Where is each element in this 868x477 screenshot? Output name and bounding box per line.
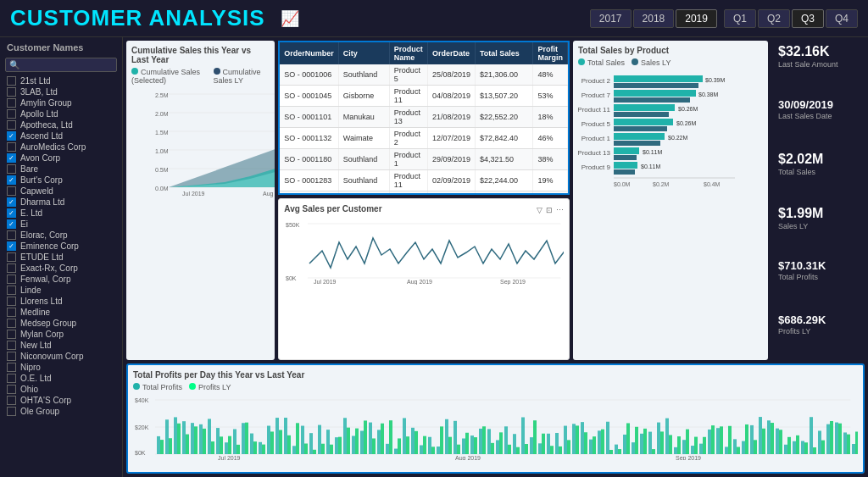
customer-item[interactable]: Amylin Group bbox=[0, 97, 122, 108]
customer-checkbox[interactable]: ✓ bbox=[7, 153, 16, 163]
table-row[interactable]: SO - 0001283SouthlandProduct 1102/09/201… bbox=[280, 170, 567, 191]
customer-checkbox[interactable] bbox=[7, 275, 16, 284]
customer-checkbox[interactable] bbox=[7, 297, 16, 306]
expand-icon[interactable]: ⊡ bbox=[546, 206, 553, 214]
table-cell: Waimate bbox=[338, 128, 389, 149]
svg-rect-30 bbox=[614, 97, 690, 103]
customer-name: Ohio bbox=[20, 385, 38, 394]
customer-checkbox[interactable] bbox=[7, 319, 16, 328]
customer-item[interactable]: ✓Burt's Corp bbox=[0, 175, 122, 186]
table-row[interactable]: SO - 0001132WaimateProduct 212/07/2019$7… bbox=[280, 128, 567, 149]
customer-checkbox[interactable] bbox=[7, 263, 16, 273]
kpi-profits-ly-value: $686.29K bbox=[778, 313, 858, 326]
svg-rect-178 bbox=[648, 432, 652, 454]
svg-rect-189 bbox=[694, 437, 698, 454]
customer-item[interactable]: Medsep Group bbox=[0, 318, 122, 329]
customer-item[interactable]: ✓Ei bbox=[0, 219, 122, 230]
customer-checkbox[interactable] bbox=[7, 76, 16, 86]
customer-item[interactable]: 3LAB, Ltd bbox=[0, 86, 122, 97]
customer-item[interactable]: Linde bbox=[0, 285, 122, 296]
customer-checkbox[interactable] bbox=[7, 374, 16, 383]
customer-checkbox[interactable]: ✓ bbox=[7, 241, 16, 251]
table-row[interactable]: SO - 0001006SouthlandProduct 525/08/2019… bbox=[280, 64, 567, 86]
customer-item[interactable]: Capweld bbox=[0, 186, 122, 197]
product-svg: Product 2 $0.39M Product 7 $0.38M Produc… bbox=[578, 69, 765, 201]
table-header-cell: OrderDate bbox=[427, 42, 475, 64]
customer-checkbox[interactable] bbox=[7, 186, 16, 196]
customer-checkbox[interactable] bbox=[7, 352, 16, 361]
svg-rect-164 bbox=[589, 440, 593, 454]
table-row[interactable]: SO - 0001543Thames-CoromandelProduct 504… bbox=[280, 191, 567, 195]
customer-item[interactable]: ✓E. Ltd bbox=[0, 208, 122, 219]
customer-item[interactable]: Fenwal, Corp bbox=[0, 274, 122, 285]
customer-checkbox[interactable]: ✓ bbox=[7, 208, 16, 218]
customer-checkbox[interactable]: ✓ bbox=[7, 219, 16, 229]
customer-checkbox[interactable] bbox=[7, 230, 16, 240]
table-cell: Thames-Coromandel bbox=[338, 191, 389, 195]
customer-item[interactable]: Medline bbox=[0, 307, 122, 318]
table-row[interactable]: SO - 0001045GisborneProduct 1104/08/2019… bbox=[280, 86, 567, 107]
svg-rect-71 bbox=[194, 426, 198, 454]
svg-rect-111 bbox=[364, 420, 367, 454]
customer-item[interactable]: Ohio bbox=[0, 384, 122, 395]
table-cell: 29/09/2019 bbox=[427, 149, 475, 170]
year-2017-btn[interactable]: 2017 bbox=[590, 9, 632, 28]
customer-checkbox[interactable] bbox=[7, 252, 16, 262]
customer-checkbox[interactable] bbox=[7, 164, 16, 174]
total-sales-legend: Total Sales bbox=[587, 58, 625, 67]
customer-checkbox[interactable] bbox=[7, 396, 16, 405]
search-input[interactable] bbox=[22, 60, 113, 69]
q3-btn[interactable]: Q3 bbox=[792, 9, 824, 28]
customer-item[interactable]: ✓Ascend Ltd bbox=[0, 130, 122, 141]
customer-checkbox[interactable] bbox=[7, 109, 16, 119]
customer-checkbox[interactable] bbox=[7, 98, 16, 108]
customer-name: 21st Ltd bbox=[20, 76, 51, 86]
customer-checkbox[interactable]: ✓ bbox=[7, 197, 16, 207]
customer-checkbox[interactable] bbox=[7, 87, 16, 97]
customer-item[interactable]: O.E. Ltd bbox=[0, 373, 122, 384]
year-2018-btn[interactable]: 2018 bbox=[633, 9, 675, 28]
customer-name: Dharma Ltd bbox=[20, 197, 64, 207]
customer-item[interactable]: Elorac, Corp bbox=[0, 230, 122, 241]
customer-item[interactable]: Mylan Corp bbox=[0, 329, 122, 340]
svg-rect-225 bbox=[847, 435, 850, 454]
svg-rect-25 bbox=[614, 75, 703, 82]
customer-checkbox[interactable] bbox=[7, 341, 16, 350]
customer-item[interactable]: Llorens Ltd bbox=[0, 296, 122, 307]
customer-item[interactable]: ✓Eminence Corp bbox=[0, 241, 122, 252]
customer-item[interactable]: Bare bbox=[0, 164, 122, 175]
table-row[interactable]: SO - 0001101ManukauProduct 1321/08/2019$… bbox=[280, 107, 567, 128]
customer-checkbox[interactable] bbox=[7, 142, 16, 152]
customer-item[interactable]: ✓Dharma Ltd bbox=[0, 197, 122, 208]
q2-btn[interactable]: Q2 bbox=[758, 9, 790, 28]
customer-checkbox[interactable] bbox=[7, 407, 16, 416]
more-icon[interactable]: ⋯ bbox=[556, 206, 564, 214]
customer-checkbox[interactable] bbox=[7, 120, 16, 130]
customer-item[interactable]: ✓Avon Corp bbox=[0, 153, 122, 164]
customer-item[interactable]: Nipro bbox=[0, 362, 122, 373]
cumulative-chart-title: Cumulative Sales this Year vs Last Year bbox=[131, 46, 270, 64]
customer-search-box[interactable]: 🔍 bbox=[5, 58, 117, 72]
customer-item[interactable]: ETUDE Ltd bbox=[0, 252, 122, 263]
customer-checkbox[interactable] bbox=[7, 385, 16, 394]
customer-item[interactable]: New Ltd bbox=[0, 340, 122, 351]
customer-item[interactable]: Niconovum Corp bbox=[0, 351, 122, 362]
customer-item[interactable]: Exact-Rx, Corp bbox=[0, 263, 122, 274]
customer-item[interactable]: Apollo Ltd bbox=[0, 108, 122, 119]
customer-item[interactable]: Apotheca, Ltd bbox=[0, 119, 122, 130]
customer-checkbox[interactable] bbox=[7, 363, 16, 372]
customer-checkbox[interactable] bbox=[7, 308, 16, 317]
table-row[interactable]: SO - 0001180SouthlandProduct 129/09/2019… bbox=[280, 149, 567, 170]
customer-item[interactable]: Ole Group bbox=[0, 406, 122, 417]
q1-btn[interactable]: Q1 bbox=[724, 9, 756, 28]
customer-checkbox[interactable]: ✓ bbox=[7, 175, 16, 185]
customer-checkbox[interactable] bbox=[7, 330, 16, 339]
year-2019-btn[interactable]: 2019 bbox=[676, 9, 717, 28]
customer-checkbox[interactable]: ✓ bbox=[7, 131, 16, 141]
filter-icon[interactable]: ▽ bbox=[537, 206, 542, 214]
customer-checkbox[interactable] bbox=[7, 286, 16, 295]
customer-item[interactable]: OHTA'S Corp bbox=[0, 395, 122, 406]
customer-item[interactable]: 21st Ltd bbox=[0, 75, 122, 86]
q4-btn[interactable]: Q4 bbox=[826, 9, 858, 28]
customer-item[interactable]: AuroMedics Corp bbox=[0, 141, 122, 153]
